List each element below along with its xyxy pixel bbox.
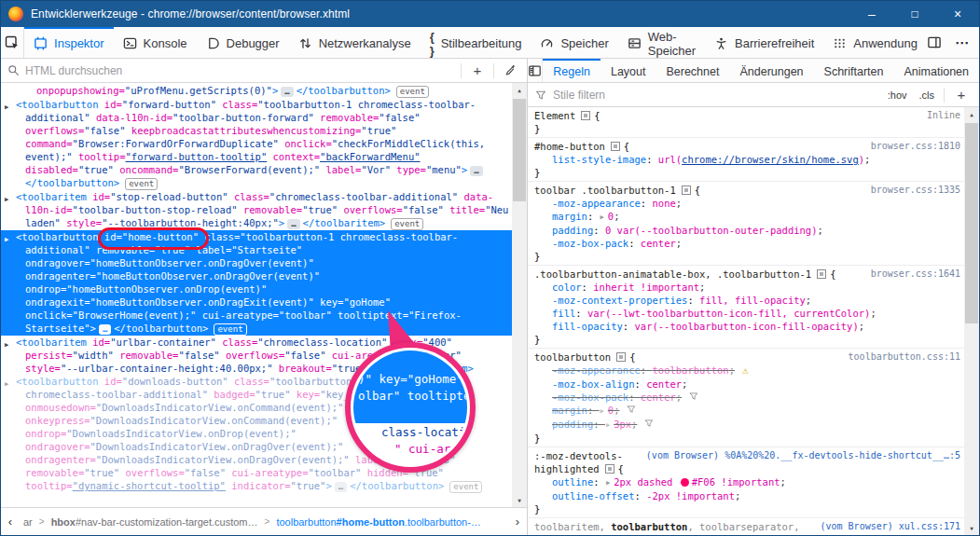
rule-source-link[interactable]: browser.css:1810 bbox=[871, 140, 960, 153]
expand-arrow-icon[interactable]: ▶ bbox=[5, 193, 8, 206]
filter-overridden-icon[interactable] bbox=[627, 404, 636, 417]
css-declaration[interactable]: fill: var(--lwt-toolbarbutton-icon-fill,… bbox=[534, 307, 960, 320]
sidebar-tab-änderungen[interactable]: Änderungen bbox=[729, 59, 813, 82]
property-name[interactable]: outline-offset bbox=[552, 490, 635, 502]
tab-network[interactable]: Netzwerkanalyse bbox=[289, 27, 421, 58]
sidebar-tab-regeln[interactable]: Regeln bbox=[543, 59, 600, 82]
filter-overridden-icon[interactable] bbox=[644, 418, 654, 431]
tab-accessibility[interactable]: Barrierefreiheit bbox=[705, 27, 823, 58]
sidebar-tab-berechnet[interactable]: Berechnet bbox=[656, 59, 729, 82]
rule-source-link[interactable]: browser.css:1335 bbox=[871, 184, 960, 197]
expand-arrow-icon[interactable]: ▶ bbox=[5, 338, 8, 351]
breadcrumb-back-icon[interactable]: ‹ bbox=[1, 515, 20, 529]
event-badge[interactable]: event bbox=[396, 86, 429, 98]
add-rule-button[interactable]: + bbox=[951, 87, 972, 103]
expand-arrow-icon[interactable]: ▶ bbox=[600, 405, 604, 418]
minimize-button[interactable]: – bbox=[850, 1, 893, 27]
property-name[interactable]: -moz-context-properties bbox=[552, 295, 687, 306]
rule-source-link[interactable]: browser.css:1641 bbox=[871, 268, 960, 281]
rules-scrollbar[interactable]: ▲ ▼ bbox=[964, 107, 979, 535]
property-name[interactable]: padding bbox=[552, 419, 593, 430]
markup-node[interactable]: ▶<toolbaritem id="urlbar-container" clas… bbox=[1, 336, 512, 375]
scrollbar-thumb[interactable] bbox=[513, 99, 526, 201]
property-name[interactable]: -moz-box-pack bbox=[552, 392, 628, 403]
expand-arrow-icon[interactable]: ▶ bbox=[5, 378, 8, 391]
rule-selector[interactable]: toolbar .toolbarbutton-1 bbox=[534, 185, 676, 196]
scroll-up-icon[interactable]: ▲ bbox=[964, 107, 979, 121]
tab-inspector[interactable]: Inspektor bbox=[24, 27, 113, 58]
tab-storage[interactable]: Web-Speicher bbox=[618, 27, 705, 58]
css-declaration[interactable]: -moz-box-align: center; bbox=[534, 378, 960, 391]
breadcrumb-forward-icon[interactable]: › bbox=[508, 515, 527, 529]
filter-overridden-icon[interactable] bbox=[689, 391, 698, 404]
event-badge[interactable]: event bbox=[214, 323, 246, 336]
markup-scrollbar[interactable]: ▲ ▼ bbox=[512, 83, 527, 507]
show-more-badge[interactable]: … bbox=[376, 364, 388, 375]
markup-node[interactable]: ▶<toolbaritem id="stop-reload-button" cl… bbox=[1, 190, 512, 230]
property-name[interactable]: padding bbox=[552, 225, 593, 236]
selector-highlighter-icon[interactable] bbox=[581, 111, 590, 120]
markup-node[interactable]: ▶<toolbarbutton id="downloads-button" cl… bbox=[1, 375, 512, 493]
selector-highlighter-icon[interactable] bbox=[682, 186, 691, 195]
search-input[interactable]: HTML durchsuchen bbox=[25, 64, 455, 77]
tab-memory[interactable]: Speicher bbox=[531, 27, 617, 58]
pseudo-class-button[interactable]: :hov bbox=[885, 89, 910, 101]
tab-console[interactable]: Konsole bbox=[114, 27, 197, 58]
event-badge[interactable]: event bbox=[125, 178, 158, 190]
css-declaration[interactable]: margin: ▶0; bbox=[534, 210, 960, 224]
css-declaration[interactable]: -moz-appearance: toolbarbutton;⚠ bbox=[534, 364, 960, 378]
sidebar-toggle-button[interactable] bbox=[528, 59, 543, 82]
sidebar-tab-schriftarten[interactable]: Schriftarten bbox=[814, 59, 894, 82]
tab-debugger[interactable]: Debugger bbox=[197, 27, 289, 58]
markup-node[interactable]: onpopupshowing="uProfMenu.getScripts(0)"… bbox=[1, 84, 512, 98]
event-badge[interactable]: event bbox=[391, 218, 423, 230]
rule-source-link[interactable]: Inline bbox=[927, 109, 960, 122]
selector-highlighter-icon[interactable] bbox=[817, 269, 826, 279]
property-name[interactable]: color bbox=[552, 282, 582, 293]
show-more-badge[interactable]: … bbox=[335, 482, 347, 492]
property-name[interactable]: outline bbox=[552, 476, 593, 488]
property-name[interactable]: fill-opacity bbox=[552, 321, 623, 332]
add-node-button[interactable]: + bbox=[467, 62, 488, 78]
property-name[interactable]: -moz-box-align bbox=[552, 378, 635, 390]
rule-source-link[interactable]: toolbarbutton.css:11 bbox=[849, 350, 960, 364]
css-declaration[interactable]: -moz-appearance: none; bbox=[534, 197, 960, 210]
rule-selector[interactable]: Element bbox=[534, 110, 575, 121]
selector-highlighter-icon[interactable] bbox=[611, 142, 620, 151]
event-badge[interactable]: event bbox=[449, 481, 482, 493]
rule-source-link[interactable]: (vom Browser) %0A%20%20.__fx-devtools-hi… bbox=[646, 449, 960, 462]
color-swatch[interactable] bbox=[681, 478, 689, 487]
class-toggle-button[interactable]: .cls bbox=[917, 89, 938, 101]
css-declaration[interactable]: margin: ▶0; bbox=[534, 404, 960, 418]
maximize-button[interactable]: □ bbox=[893, 1, 936, 27]
devtools-menu-icon[interactable]: ⋯ bbox=[955, 34, 970, 51]
scroll-down-icon[interactable]: ▼ bbox=[964, 521, 979, 535]
css-declaration[interactable]: padding: 0 var(--toolbarbutton-outer-pad… bbox=[534, 224, 960, 237]
breadcrumb-item[interactable]: ar bbox=[20, 516, 36, 528]
expand-arrow-icon[interactable]: ▶ bbox=[606, 419, 610, 432]
css-declaration[interactable]: outline: ▶2px dashed #F06 !important; bbox=[534, 475, 960, 489]
property-name[interactable]: list-style-image bbox=[552, 154, 646, 165]
selector-highlighter-icon[interactable] bbox=[605, 464, 614, 474]
rule-selector[interactable]: toolbarbutton bbox=[611, 521, 687, 532]
eyedropper-button[interactable] bbox=[500, 64, 520, 76]
css-declaration[interactable]: list-style-image: url(chrome://browser/s… bbox=[534, 153, 960, 166]
markup-node[interactable]: ▶<toolbarbutton id="home-button" class="… bbox=[1, 230, 512, 336]
scroll-down-icon[interactable]: ▼ bbox=[512, 493, 527, 507]
expand-arrow-icon[interactable]: ▶ bbox=[600, 211, 604, 224]
expand-arrow-icon[interactable]: ▶ bbox=[5, 233, 8, 246]
show-more-badge[interactable]: … bbox=[281, 87, 293, 97]
rule-selector[interactable]: toolbarbutton bbox=[534, 351, 611, 363]
pick-element-button[interactable] bbox=[1, 27, 24, 58]
css-declaration[interactable]: padding: ▶3px; bbox=[534, 418, 960, 432]
style-filter-input[interactable]: Stile filtern bbox=[553, 89, 878, 102]
markup-node[interactable]: ▶<toolbarbutton id="forward-button" clas… bbox=[1, 98, 512, 190]
scroll-up-icon[interactable]: ▲ bbox=[512, 83, 527, 97]
property-name[interactable]: -moz-appearance bbox=[552, 198, 641, 209]
show-more-badge[interactable]: … bbox=[99, 324, 111, 335]
show-more-badge[interactable]: … bbox=[287, 219, 299, 229]
breadcrumb-item[interactable]: hbox#nav-bar-customization-target.custom… bbox=[48, 516, 262, 528]
css-declaration[interactable]: outline-offset: -2px !important; bbox=[534, 489, 960, 502]
scrollbar-thumb[interactable] bbox=[965, 123, 978, 323]
dock-side-icon[interactable] bbox=[927, 35, 942, 49]
